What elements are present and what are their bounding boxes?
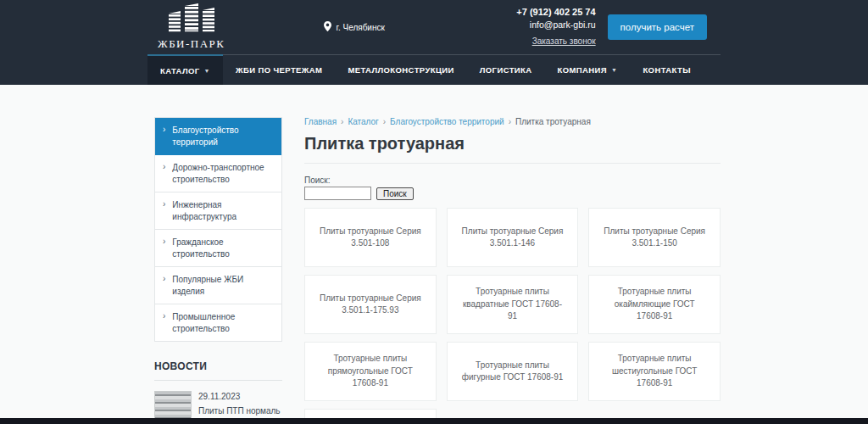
product-card[interactable]: Плиты тротуарные Серия 3.501.1-146 [447, 208, 579, 267]
product-card[interactable]: Плиты тротуарные Серия 3.501-108 [304, 208, 437, 267]
breadcrumb-item[interactable]: Благоустройство территорий [390, 117, 511, 126]
sidebar-category-item[interactable]: › Промышленное строительство [155, 304, 281, 341]
sidebar-category-item[interactable]: › Инженерная инфраструктура [155, 192, 281, 230]
sidebar-category-item[interactable]: › Популярные ЖБИ изделия [155, 267, 281, 304]
footer-bar [0, 418, 868, 424]
search-input[interactable] [304, 187, 371, 200]
chevron-down-icon: ▼ [611, 67, 617, 73]
location-text: г. Челябинск [337, 23, 385, 32]
map-pin-icon [324, 20, 331, 35]
sidebar-category-item[interactable]: › Гражданское строительство [155, 230, 281, 267]
content: ГлавнаяКаталогБлагоустройство территорий… [304, 117, 721, 424]
product-card[interactable]: Плиты тротуарные Серия 3.501.1-175.93 [304, 275, 437, 334]
title-divider [304, 163, 721, 164]
chevron-right-icon: › [163, 162, 165, 172]
chevron-right-icon: › [163, 199, 165, 209]
nav-item[interactable]: ЖБИ ПО ЧЕРТЕЖАМ [223, 55, 335, 85]
header-contacts: +7 (912) 402 25 74 info@park-gbi.ru Зака… [516, 6, 595, 49]
chevron-down-icon: ▼ [204, 68, 210, 74]
logo-buildings-icon [165, 3, 218, 36]
news-divider [154, 380, 282, 381]
email-address: info@park-gbi.ru [516, 19, 595, 31]
breadcrumb-item[interactable]: Главная [304, 117, 343, 126]
phone-number: +7 (912) 402 25 74 [516, 6, 595, 19]
search-button[interactable]: Поиск [376, 187, 414, 200]
get-quote-button[interactable]: получить расчет [608, 14, 707, 40]
logo-text: ЖБИ-ПАРК [158, 37, 225, 51]
category-menu: › Благоустройство территорий › Дорожно-т… [154, 117, 282, 342]
chevron-right-icon: › [163, 125, 165, 135]
product-card[interactable]: Тротуарные плиты прямоугольные ГОСТ 1760… [304, 342, 437, 401]
product-card[interactable]: Тротуарные плиты шестиугольные ГОСТ 1760… [588, 342, 721, 401]
nav-item[interactable]: ЛОГИСТИКА [467, 55, 545, 85]
chevron-right-icon: › [163, 311, 165, 321]
location: г. Челябинск [324, 20, 385, 35]
main-nav: КАТАЛОГ ▼ ЖБИ ПО ЧЕРТЕЖАМ МЕТАЛЛОКОНСТРУ… [147, 54, 721, 85]
breadcrumb-item[interactable]: Плитка тротуарная [515, 117, 591, 126]
header: ЖБИ-ПАРК г. Челябинск +7 (912) 402 25 74… [0, 0, 868, 85]
nav-item[interactable]: КАТАЛОГ ▼ [147, 54, 223, 85]
callback-link[interactable]: Заказать звонок [532, 36, 596, 47]
product-card[interactable]: Тротуарные плиты квадратные ГОСТ 17608-9… [447, 275, 579, 334]
nav-item[interactable]: МЕТАЛЛОКОНСТРУКЦИИ [335, 55, 466, 85]
news-title: НОВОСТИ [154, 360, 282, 372]
chevron-right-icon: › [163, 237, 165, 247]
chevron-right-icon: › [163, 274, 165, 284]
search-label: Поиск: [304, 176, 721, 185]
logo[interactable]: ЖБИ-ПАРК [158, 3, 225, 51]
product-card[interactable]: Тротуарные плиты фигурные ГОСТ 17608-91 [447, 342, 579, 401]
sidebar: › Благоустройство территорий › Дорожно-т… [154, 117, 282, 424]
sidebar-category-item[interactable]: › Дорожно-транспортное строительство [155, 155, 281, 192]
breadcrumb-item[interactable]: Каталог [348, 117, 386, 126]
page-title: Плитка тротуарная [304, 134, 721, 153]
product-grid: Плиты тротуарные Серия 3.501-108 Плиты т… [304, 208, 721, 424]
nav-item[interactable]: КОНТАКТЫ [630, 55, 703, 85]
product-card[interactable]: Плиты тротуарные Серия 3.501.1-150 [588, 208, 721, 267]
product-card[interactable]: Тротуарные плиты окаймляющие ГОСТ 17608-… [588, 275, 721, 334]
breadcrumb: ГлавнаяКаталогБлагоустройство территорий… [304, 117, 721, 126]
nav-item[interactable]: КОМПАНИЯ ▼ [545, 55, 631, 85]
news-section: НОВОСТИ 29.11.2023 Плиты ПТП нормаль 02.… [154, 360, 282, 424]
news-date: 29.11.2023 [198, 391, 282, 403]
sidebar-category-item[interactable]: › Благоустройство территорий [155, 118, 281, 155]
